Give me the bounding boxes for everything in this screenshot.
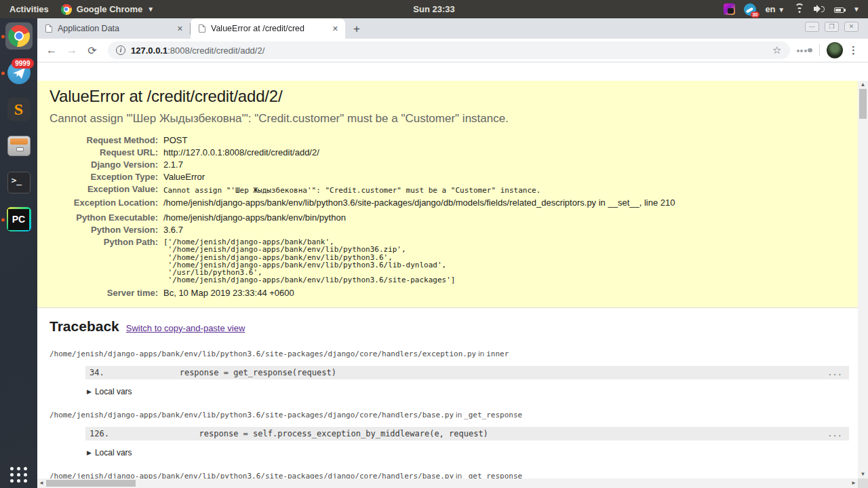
expand-context-ellipsis[interactable]: ... <box>827 368 842 377</box>
switch-view-link[interactable]: Switch to copy-and-paste view <box>126 323 245 333</box>
meta-label: Exception Value: <box>50 183 163 197</box>
chrome-icon <box>8 25 30 47</box>
new-tab-button[interactable]: + <box>345 22 370 39</box>
frame-function: inner <box>486 350 509 358</box>
tab-close-icon[interactable]: ✕ <box>332 24 338 33</box>
chrome-logo-icon <box>61 4 72 15</box>
running-indicator <box>1 219 5 222</box>
indicator-badge: 30 <box>751 12 760 18</box>
horizontal-scrollbar-thumb[interactable] <box>46 480 136 487</box>
meta-value: http://127.0.0.1:8008/credit/credit/add/… <box>163 147 319 159</box>
horizontal-scrollbar[interactable]: ◄ ► <box>37 478 858 488</box>
wifi-icon[interactable] <box>793 4 805 14</box>
bookmark-star-icon[interactable]: ☆ <box>772 44 781 56</box>
tab-strip: Application Data ✕ ValueError at /credit… <box>37 18 868 39</box>
meta-value: Вс, 10 Мар 2019 23:33:44 +0600 <box>163 287 294 299</box>
meta-label: Request Method: <box>50 134 163 147</box>
focused-app-menu[interactable]: Google Chrome ▼ <box>61 4 154 15</box>
volume-icon[interactable] <box>814 4 825 14</box>
frame-path: /home/jenish/django-apps/bank/env/lib/py… <box>50 350 476 358</box>
browser-menu-icon[interactable]: ⋮ <box>846 44 861 56</box>
code-line[interactable]: 126. response = self.process_exception_b… <box>85 427 849 440</box>
meta-label: Python Version: <box>50 224 163 236</box>
tab-title: Application Data <box>58 24 172 33</box>
system-menu-chevron-icon[interactable]: ▼ <box>853 5 860 13</box>
request-meta-table: Request Method:POST Request URL:http://1… <box>50 134 848 299</box>
meta-value: POST <box>163 134 187 147</box>
meta-value: 3.6.7 <box>163 224 183 236</box>
battery-icon[interactable] <box>834 7 844 13</box>
line-number: 126. <box>90 429 121 438</box>
traceback-heading: Traceback <box>50 318 119 335</box>
traceback-frame: /home/jenish/django-apps/bank/env/lib/py… <box>50 350 849 396</box>
terminal-icon: >_ <box>7 172 31 193</box>
error-message: Cannot assign "'Шер Жыдызбековна'": "Cre… <box>50 112 848 126</box>
scroll-left-arrow-icon[interactable]: ◄ <box>37 478 45 488</box>
system-top-bar: Activities Google Chrome ▼ Sun 23:33 30 … <box>0 0 868 18</box>
toolbar-separator <box>819 44 820 56</box>
focused-app-name: Google Chrome <box>77 4 143 14</box>
tab-valueerror[interactable]: ValueError at /credit/cred ✕ <box>191 18 345 39</box>
app-indicator-icon[interactable] <box>724 3 735 15</box>
frame-function: _get_response <box>464 411 522 419</box>
meta-label: Python Executable: <box>50 212 163 224</box>
sublime-text-icon: S <box>7 98 31 121</box>
reload-button[interactable]: ⟳ <box>83 41 101 59</box>
scroll-up-arrow-icon[interactable]: ▲ <box>858 81 868 89</box>
local-vars-toggle[interactable]: ▶Local vars <box>87 387 849 396</box>
reminder-indicator-icon[interactable]: 30 <box>744 3 756 16</box>
meta-value: /home/jenish/django-apps/bank/env/bin/py… <box>163 212 346 224</box>
meta-label: Python Path: <box>50 236 163 284</box>
code-line[interactable]: 34. response = get_response(request) ... <box>85 366 849 379</box>
chevron-down-icon: ▼ <box>147 5 154 13</box>
desktop: Activities Google Chrome ▼ Sun 23:33 30 … <box>0 0 868 488</box>
show-applications-button[interactable] <box>10 467 28 483</box>
forward-button[interactable]: → <box>63 41 81 59</box>
maximize-button[interactable]: ❐ <box>825 22 839 32</box>
profile-avatar[interactable] <box>827 42 843 58</box>
code-text: response = self.process_exception_by_mid… <box>121 429 827 438</box>
back-button[interactable]: ← <box>43 41 60 59</box>
traceback-frame: /home/jenish/django-apps/bank/env/lib/py… <box>50 411 849 457</box>
meta-value: Cannot assign "'Шер Жыдызбековна'": "Cre… <box>163 183 540 197</box>
tab-title: ValueError at /credit/cred <box>211 24 327 33</box>
meta-value: ValueError <box>163 171 205 183</box>
activities-button[interactable]: Activities <box>9 4 49 14</box>
triangle-right-icon: ▶ <box>87 388 92 395</box>
browser-window: Application Data ✕ ValueError at /credit… <box>37 18 868 488</box>
meta-value: 2.1.7 <box>163 159 183 171</box>
line-number: 34. <box>90 368 121 377</box>
running-indicator <box>1 35 5 39</box>
dock-item-terminal[interactable]: >_ <box>0 165 37 202</box>
triangle-right-icon: ▶ <box>87 449 92 456</box>
meta-value: ['/home/jenish/django-apps/bank/bank', '… <box>163 236 455 284</box>
error-title: ValueError at /credit/credit/add/2/ <box>50 87 848 106</box>
address-bar[interactable]: i 127.0.0.1:8008/credit/credit/add/2/ ☆ <box>108 41 790 59</box>
page-icon <box>199 24 205 33</box>
keyboard-layout-menu[interactable]: en ▼ <box>765 4 785 14</box>
close-button[interactable]: ✕ <box>844 22 859 32</box>
dock-item-pycharm[interactable]: PC <box>0 202 37 238</box>
chevron-down-icon: ▼ <box>778 6 785 14</box>
error-summary: ValueError at /credit/credit/add/2/ Cann… <box>37 81 868 308</box>
tab-close-icon[interactable]: ✕ <box>177 24 183 33</box>
expand-context-ellipsis[interactable]: ... <box>827 429 842 438</box>
page-info-icon[interactable]: i <box>116 45 125 55</box>
scroll-right-arrow-icon[interactable]: ► <box>850 478 858 488</box>
dock-item-file-manager[interactable] <box>0 128 37 165</box>
scrollbar-corner <box>858 478 868 488</box>
vertical-scrollbar[interactable]: ▲ ▼ <box>858 81 868 478</box>
tab-application-data[interactable]: Application Data ✕ <box>37 18 190 39</box>
meta-label: Django Version: <box>50 159 163 171</box>
minimize-button[interactable]: — <box>805 22 819 32</box>
local-vars-toggle[interactable]: ▶Local vars <box>87 448 849 457</box>
meta-label: Request URL: <box>50 147 163 159</box>
dock-item-telegram[interactable]: 9999 <box>0 55 37 92</box>
scroll-down-arrow-icon[interactable]: ▼ <box>858 470 868 478</box>
extension-icon[interactable] <box>797 48 813 52</box>
vertical-scrollbar-thumb[interactable] <box>859 89 867 119</box>
dock-item-chrome[interactable] <box>0 18 37 55</box>
dock-item-sublime[interactable]: S <box>0 92 37 128</box>
window-controls: — ❐ ✕ <box>805 22 859 32</box>
dock: 9999 S >_ PC <box>0 18 37 488</box>
